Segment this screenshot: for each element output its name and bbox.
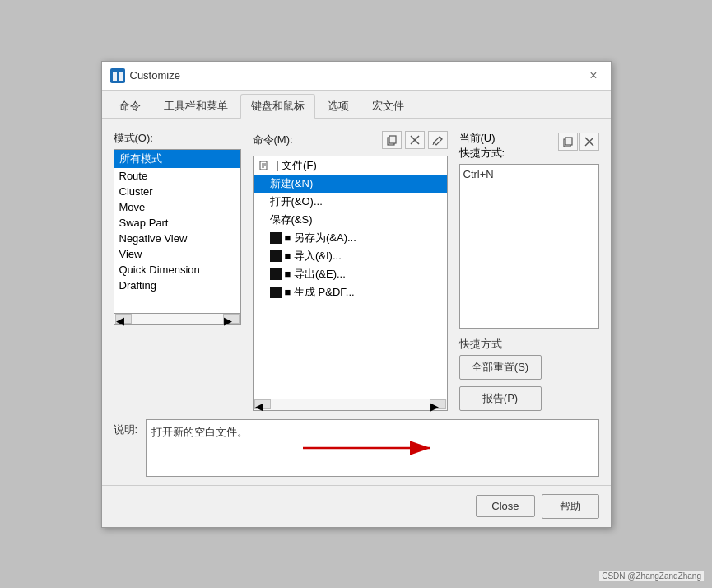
shortcut-copy-btn[interactable]: [558, 133, 578, 151]
command-list[interactable]: | 文件(F) 新建(&N) 打开(&O)... 保存(&S) ■ 另存为(&A…: [254, 156, 447, 399]
mode-item-all[interactable]: 所有模式: [114, 150, 240, 168]
cmd-file[interactable]: | 文件(F): [254, 156, 447, 175]
close-icon[interactable]: ×: [584, 67, 602, 85]
app-icon: [110, 68, 125, 83]
svg-rect-0: [113, 72, 117, 77]
mode-item-cluster[interactable]: Cluster: [114, 184, 240, 199]
svg-rect-3: [119, 77, 123, 81]
mode-item-drafting[interactable]: Drafting: [114, 278, 240, 293]
watermark: CSDN @ZhangZandZhang: [599, 571, 704, 581]
edit-btn[interactable]: [428, 131, 448, 149]
tab-bar: 命令 工具栏和菜单 键盘和鼠标 选项 宏文件: [102, 91, 611, 119]
customize-dialog: Customize × 命令 工具栏和菜单 键盘和鼠标 选项 宏文件 模式(O)…: [101, 61, 612, 528]
shortcut-toolbar: [558, 133, 599, 151]
tab-options[interactable]: 选项: [317, 94, 360, 118]
mode-item-quick-dim[interactable]: Quick Dimension: [114, 262, 240, 278]
shortcut-value: Ctrl+N: [463, 168, 494, 180]
mode-item-negative-view[interactable]: Negative View: [114, 231, 240, 246]
mode-list[interactable]: 所有模式 Route Cluster Move Swap Part Negati…: [114, 150, 240, 313]
svg-rect-1: [119, 72, 123, 77]
cmd-new[interactable]: 新建(&N): [254, 175, 447, 193]
shortcut-label-2: 快捷方式:: [459, 146, 505, 161]
command-label: 命令(M):: [253, 133, 293, 147]
svg-line-9: [433, 142, 434, 145]
tab-toolbars[interactable]: 工具栏和菜单: [153, 94, 239, 118]
mode-item-view[interactable]: View: [114, 246, 240, 262]
mode-hscroll[interactable]: ◀ ▶: [114, 314, 241, 325]
cmd-export[interactable]: ■ 导出(&E)...: [254, 265, 447, 283]
cmd-open[interactable]: 打开(&O)...: [254, 193, 447, 211]
shortcut-panel: 当前(U) 快捷方式:: [459, 131, 599, 329]
shortcut-label-1: 当前(U): [459, 131, 505, 146]
tab-keyboard[interactable]: 键盘和鼠标: [240, 94, 315, 119]
command-panel: 命令(M):: [253, 131, 448, 411]
mode-label: 模式(O):: [114, 131, 241, 146]
mode-panel: 模式(O): 所有模式 Route Cluster Move Swap Part…: [114, 131, 241, 411]
description-row: 说明: 打开新的空白文件。: [114, 419, 599, 477]
svg-rect-5: [389, 136, 396, 143]
cmd-generate-icon: [270, 287, 282, 298]
shortcut-header: 当前(U) 快捷方式:: [459, 131, 599, 161]
report-button[interactable]: 报告(P): [459, 386, 542, 411]
desc-label: 说明:: [114, 419, 138, 437]
dialog-title: Customize: [130, 69, 180, 82]
delete-btn[interactable]: [405, 131, 425, 149]
shortcut-label-group: 当前(U) 快捷方式:: [459, 131, 505, 161]
title-bar: Customize ×: [102, 62, 611, 91]
svg-line-8: [440, 137, 442, 139]
cmd-icon: [258, 159, 273, 171]
svg-rect-2: [113, 77, 117, 81]
help-button[interactable]: 帮助: [542, 494, 599, 519]
mode-item-route[interactable]: Route: [114, 168, 240, 184]
cmd-save-as-icon: [270, 232, 282, 244]
shortcut-section-label: 快捷方式: [459, 337, 599, 352]
desc-box: 打开新的空白文件。: [146, 419, 598, 477]
title-bar-left: Customize: [110, 68, 180, 83]
mode-item-swap-part[interactable]: Swap Part: [114, 215, 240, 231]
cmd-generate[interactable]: ■ 生成 P&DF...: [254, 283, 447, 301]
command-toolbar: [382, 131, 448, 149]
cmd-import[interactable]: ■ 导入(&I)...: [254, 247, 447, 265]
copy-btn[interactable]: [382, 131, 402, 149]
svg-rect-15: [565, 138, 572, 145]
cmd-import-icon: [270, 250, 282, 262]
shortcut-actions: 快捷方式 全部重置(S) 报告(P): [459, 337, 599, 411]
shortcut-delete-btn[interactable]: [579, 133, 599, 151]
right-section: 当前(U) 快捷方式:: [459, 131, 599, 411]
cmd-export-icon: [270, 268, 282, 280]
main-content: 模式(O): 所有模式 Route Cluster Move Swap Part…: [102, 119, 611, 485]
command-list-wrapper: | 文件(F) 新建(&N) 打开(&O)... 保存(&S) ■ 另存为(&A…: [253, 156, 448, 399]
desc-text: 打开新的空白文件。: [151, 426, 248, 438]
cmd-save-as[interactable]: ■ 另存为(&A)...: [254, 229, 447, 247]
cmd-save[interactable]: 保存(&S): [254, 211, 447, 229]
mode-list-wrapper: 所有模式 Route Cluster Move Swap Part Negati…: [114, 149, 241, 314]
reset-all-button[interactable]: 全部重置(S): [459, 355, 542, 380]
close-button[interactable]: Close: [476, 495, 534, 517]
shortcut-list[interactable]: Ctrl+N: [459, 164, 599, 329]
cmd-hscroll[interactable]: ◀ ▶: [253, 399, 448, 411]
mode-item-move[interactable]: Move: [114, 199, 240, 215]
footer: Close 帮助: [102, 485, 611, 527]
tab-commands[interactable]: 命令: [109, 94, 151, 118]
top-section: 模式(O): 所有模式 Route Cluster Move Swap Part…: [114, 131, 599, 411]
tab-macros[interactable]: 宏文件: [361, 94, 415, 118]
